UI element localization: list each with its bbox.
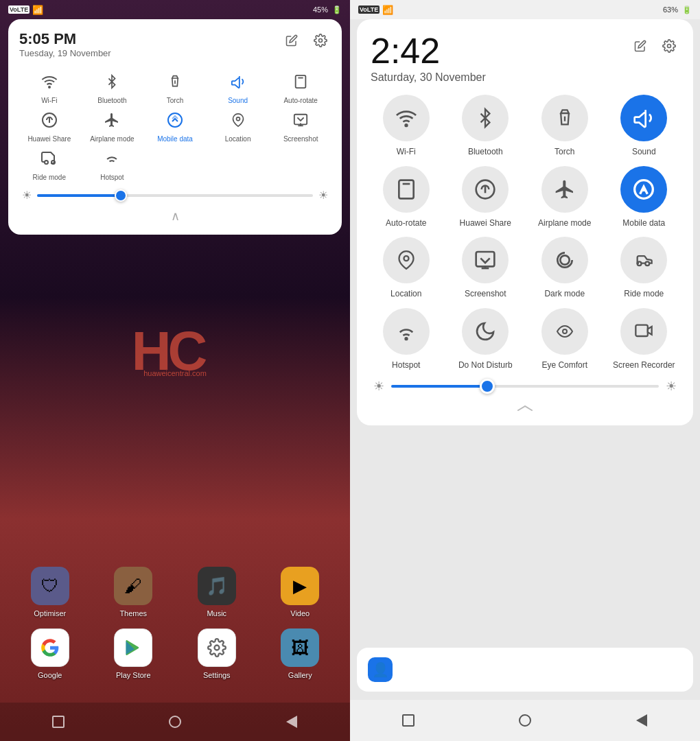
screenshot-label-left: Screenshot	[283, 135, 318, 143]
sound-icon-left	[226, 69, 250, 94]
notif-header-left: 5:05 PM Tuesday, 19 November	[19, 30, 331, 58]
ridemode-label-left: Ride mode	[33, 174, 66, 182]
toggle-huaweishare-left[interactable]: Huawei Share	[19, 108, 80, 143]
drag-handle-left[interactable]: ∧	[19, 209, 331, 224]
toggle-ridemode-left[interactable]: Ride mode	[19, 146, 80, 182]
app-themes[interactable]: 🖌 Themes	[97, 567, 170, 618]
svg-rect-7	[294, 115, 307, 125]
brightness-row-left: ☀ ☀	[19, 189, 331, 202]
toggle-darkmode-right[interactable]: Dark mode	[529, 237, 600, 300]
mobiledata-label-right: Mobile data	[622, 218, 665, 229]
toggle-mobiledata-right[interactable]: Mobile data	[609, 166, 680, 229]
nav-back-left[interactable]	[279, 709, 304, 734]
edit-button-right[interactable]	[630, 36, 651, 56]
app-playstore[interactable]: Play Store	[97, 628, 170, 679]
brightness-thumb-left[interactable]	[115, 189, 127, 202]
app-icon-themes: 🖌	[114, 567, 152, 605]
toggle-airplane-left[interactable]: Airplane mode	[82, 108, 143, 143]
toggle-bluetooth-left[interactable]: Bluetooth	[82, 69, 143, 105]
app-icon-optimiser: 🛡	[31, 567, 69, 605]
darkmode-label-right: Dark mode	[544, 289, 585, 300]
app-gallery[interactable]: 🖼 Gallery	[264, 628, 337, 679]
nav-back-icon-right	[636, 714, 647, 727]
toggle-wifi-left[interactable]: Wi-Fi	[19, 69, 80, 105]
status-bar-right: VoLTE 📶 63% 🔋	[350, 0, 700, 19]
status-left-right: VoLTE 📶	[358, 5, 393, 15]
nav-circle-icon-right	[519, 714, 531, 727]
nav-back-right[interactable]	[629, 708, 654, 733]
svg-point-21	[638, 262, 642, 266]
screenshot-label-right: Screenshot	[465, 289, 506, 300]
toggle-airplane-right[interactable]: Airplane mode	[529, 166, 600, 229]
darkmode-circle-right	[541, 237, 588, 283]
toggle-dnd-right[interactable]: Do Not Disturb	[450, 308, 522, 371]
app-settings[interactable]: Settings	[180, 628, 253, 679]
nav-recent-right[interactable]	[396, 708, 421, 733]
toggle-screenshot-left[interactable]: Screenshot	[270, 108, 331, 143]
app-video[interactable]: ▶ Video	[264, 567, 337, 618]
brightness-track-left[interactable]	[37, 194, 313, 197]
app-label-video: Video	[290, 609, 310, 618]
toggle-hotspot-right[interactable]: Hotspot	[371, 308, 442, 371]
nav-home-right[interactable]	[513, 708, 537, 733]
svg-rect-19	[476, 252, 495, 266]
toggle-autorotate-left[interactable]: Auto-rotate	[270, 69, 331, 105]
app-label-gallery: Gallery	[288, 671, 312, 679]
toggle-screenshot-right[interactable]: Screenshot	[450, 237, 522, 300]
toggle-sound-right[interactable]: Sound	[609, 95, 680, 158]
toggle-ridemode-right[interactable]: Ride mode	[609, 237, 680, 300]
drag-handle-right[interactable]	[371, 403, 679, 414]
settings-button-right[interactable]	[659, 36, 679, 56]
autorotate-icon-left	[288, 69, 313, 94]
bottom-notification-card[interactable]: 👤	[357, 648, 693, 692]
hotspot-label-right: Hotspot	[392, 360, 420, 371]
nav-home-left[interactable]	[163, 709, 187, 734]
bluetooth-circle-right	[462, 95, 509, 141]
notif-panel-right: 2:42 Saturday, 30 November	[357, 19, 693, 425]
toggle-torch-right[interactable]: Torch	[529, 95, 600, 158]
toggle-wifi-right[interactable]: Wi-Fi	[371, 95, 442, 158]
wifi-icon-left	[37, 69, 62, 94]
toggle-sound-left[interactable]: Sound	[208, 69, 268, 105]
toggle-torch-left[interactable]: Torch	[145, 69, 205, 105]
torch-circle-right	[541, 95, 588, 141]
svg-point-0	[319, 39, 323, 43]
app-icon-playstore	[114, 628, 152, 667]
toggle-eyecomfort-right[interactable]: Eye Comfort	[529, 308, 600, 371]
settings-button-left[interactable]	[310, 30, 331, 51]
brightness-track-right[interactable]	[391, 385, 659, 388]
nav-recent-left[interactable]	[46, 709, 71, 734]
toggle-mobiledata-left[interactable]: Mobile data	[145, 108, 205, 143]
toggle-autorotate-right[interactable]: Auto-rotate	[371, 166, 442, 229]
bluetooth-label-right: Bluetooth	[468, 147, 503, 158]
app-optimiser[interactable]: 🛡 Optimiser	[14, 567, 86, 618]
autorotate-label-left: Auto-rotate	[283, 97, 317, 105]
brightness-thumb-right[interactable]	[480, 379, 495, 394]
brightness-high-icon-right: ☀	[666, 379, 677, 394]
toggle-huaweishare-right[interactable]: Huawei Share	[450, 166, 522, 229]
date-left: Tuesday, 19 November	[19, 48, 111, 58]
time-date-right: 2:42 Saturday, 30 November	[371, 33, 486, 84]
brightness-low-icon-left: ☀	[22, 189, 32, 202]
bluetooth-icon-left	[100, 69, 124, 94]
toggle-location-right[interactable]: Location	[371, 237, 442, 300]
app-music[interactable]: 🎵 Music	[180, 567, 253, 618]
brightness-fill-right	[391, 385, 485, 388]
drag-handle-icon-left: ∧	[171, 209, 180, 224]
toggle-bluetooth-right[interactable]: Bluetooth	[450, 95, 522, 158]
dnd-circle-right	[462, 308, 509, 355]
svg-point-12	[405, 124, 407, 126]
quick-toggles-left: Wi-Fi Bluetooth	[19, 69, 331, 182]
app-label-optimiser: Optimiser	[34, 609, 66, 618]
edit-button-left[interactable]	[281, 30, 302, 51]
location-circle-right	[383, 237, 430, 283]
app-google[interactable]: Google	[14, 628, 86, 679]
toggle-screenrec-right[interactable]: Screen Recorder	[609, 308, 680, 371]
svg-point-6	[236, 117, 240, 121]
panel-icons-right	[630, 36, 679, 56]
panel-icons-left	[281, 30, 331, 51]
app-icon-gallery: 🖼	[281, 628, 319, 667]
toggle-location-left[interactable]: Location	[208, 108, 268, 143]
toggle-hotspot-left[interactable]: Hotspot	[82, 146, 143, 182]
brightness-high-icon-left: ☀	[318, 189, 328, 202]
